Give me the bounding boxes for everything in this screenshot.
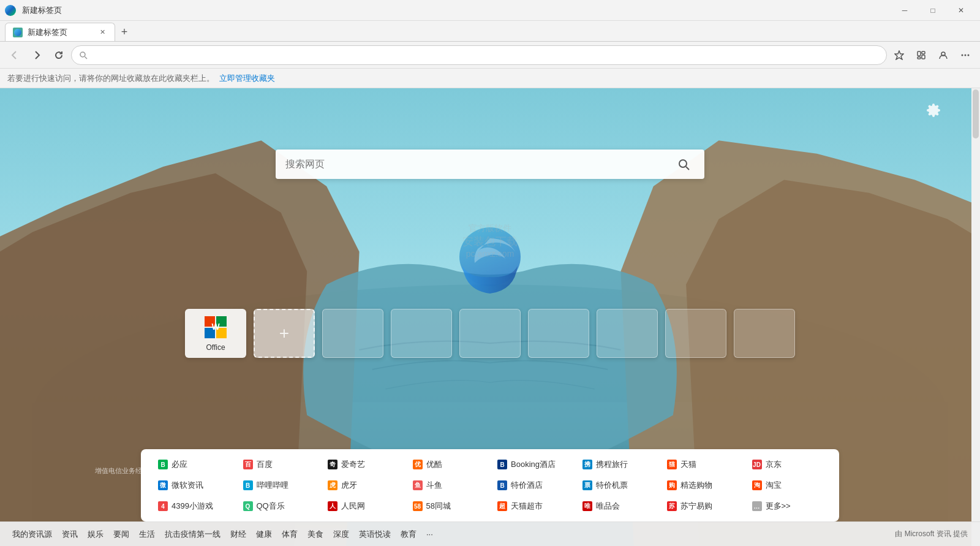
news-item[interactable]: 健康 (256, 529, 272, 540)
quick-tile-empty-5[interactable] (597, 309, 658, 358)
quick-tile-empty-3[interactable] (459, 309, 521, 358)
svg-point-19 (679, 160, 687, 167)
tab-close-button[interactable]: ✕ (97, 28, 107, 37)
svg-marker-3 (895, 51, 903, 59)
link-label: 淘宝 (766, 480, 782, 491)
maximize-button[interactable]: □ (919, 0, 947, 21)
news-item[interactable]: 深度 (333, 529, 349, 540)
address-search-icon (79, 51, 88, 59)
link-label: 唯品会 (596, 501, 620, 512)
profile-button[interactable] (933, 45, 953, 65)
minimize-button[interactable]: ─ (891, 0, 919, 21)
link-label: 斗鱼 (426, 480, 442, 491)
news-item[interactable]: 英语悦读 (359, 529, 391, 540)
link-favicon: B (243, 480, 253, 490)
news-item[interactable]: 体育 (282, 529, 298, 540)
link-item[interactable]: 人人民网 (323, 498, 403, 514)
link-favicon: Q (243, 501, 253, 511)
quick-tile-empty-7[interactable] (734, 309, 795, 358)
link-item[interactable]: QQQ音乐 (238, 498, 318, 514)
link-item[interactable]: 淘淘宝 (747, 477, 827, 493)
news-item[interactable]: 我的资讯源 (12, 529, 52, 540)
svg-point-10 (965, 54, 967, 56)
news-item[interactable]: 美食 (307, 529, 323, 540)
scrollbar-thumb[interactable] (973, 89, 979, 138)
link-item[interactable]: 猫天猫 (662, 457, 742, 472)
quick-tile-add[interactable]: + (254, 309, 315, 358)
link-favicon: 淘 (752, 480, 762, 490)
link-item[interactable]: 鱼斗鱼 (408, 477, 488, 493)
toolbar (0, 42, 980, 69)
link-item[interactable]: 44399小游戏 (153, 498, 233, 514)
quick-tile-empty-4[interactable] (528, 309, 589, 358)
search-container (276, 150, 704, 179)
link-favicon: 微 (158, 480, 168, 490)
settings-gear-button[interactable] (924, 100, 943, 120)
refresh-button[interactable] (49, 45, 69, 65)
links-grid: B必应百百度奇爱奇艺优优酷BBooking酒店携携程旅行猫天猫JD京东微微软资讯… (153, 457, 827, 514)
link-favicon: 虎 (328, 480, 337, 490)
collection-button[interactable] (911, 45, 931, 65)
forward-button[interactable] (27, 45, 47, 65)
scrollbar-track (971, 88, 980, 546)
link-item[interactable]: 唯唯品会 (578, 498, 658, 514)
news-bar: 我的资讯源资讯娱乐要闻生活抗击疫情第一线财经健康体育美食深度英语悦读教育··· … (0, 521, 980, 546)
link-item[interactable]: 超天猫超市 (492, 498, 573, 514)
favorite-button[interactable] (889, 45, 909, 65)
quick-access-section: W Office + (185, 309, 795, 358)
quick-tile-office[interactable]: W Office (185, 309, 246, 358)
news-item[interactable]: ··· (426, 529, 433, 539)
news-item[interactable]: 生活 (139, 529, 155, 540)
link-item[interactable]: 携携程旅行 (578, 457, 658, 472)
back-button[interactable] (5, 45, 24, 65)
link-item[interactable]: 5858同城 (408, 498, 488, 514)
svg-text:W: W (211, 322, 220, 332)
quick-tile-empty-2[interactable] (391, 309, 452, 358)
news-item[interactable]: 教育 (401, 529, 417, 540)
link-favicon: 58 (413, 501, 423, 511)
link-item[interactable]: 微微软资讯 (153, 477, 233, 493)
link-item[interactable]: 奇爱奇艺 (323, 457, 403, 472)
links-bar: B必应百百度奇爱奇艺优优酷BBooking酒店携携程旅行猫天猫JD京东微微软资讯… (141, 449, 839, 521)
news-item[interactable]: 要闻 (113, 529, 129, 540)
link-item[interactable]: JD京东 (747, 457, 827, 472)
title-text: 新建标签页 (22, 5, 62, 16)
close-button[interactable]: ✕ (947, 0, 975, 21)
link-label: 58同城 (426, 501, 451, 512)
link-item[interactable]: 百百度 (238, 457, 318, 472)
news-item[interactable]: 娱乐 (88, 529, 104, 540)
news-item[interactable]: 资讯 (62, 529, 78, 540)
svg-rect-4 (918, 51, 921, 56)
search-input[interactable] (285, 159, 665, 170)
link-item[interactable]: B特价酒店 (492, 477, 573, 493)
news-item[interactable]: 财经 (230, 529, 246, 540)
quick-tile-empty-6[interactable] (665, 309, 726, 358)
link-item[interactable]: 虎虎牙 (323, 477, 403, 493)
link-item[interactable]: 优优酷 (408, 457, 488, 472)
link-item[interactable]: 购精选购物 (662, 477, 742, 493)
quick-tile-empty-1[interactable] (322, 309, 383, 358)
manage-favorites-link[interactable]: 立即管理收藏夹 (219, 73, 275, 84)
link-item[interactable]: 苏苏宁易购 (662, 498, 742, 514)
link-item[interactable]: BBooking酒店 (492, 457, 573, 472)
new-tab-button[interactable]: + (115, 23, 134, 41)
link-item[interactable]: 票特价机票 (578, 477, 658, 493)
link-label: 4399小游戏 (172, 501, 213, 512)
window-controls: ─ □ ✕ (891, 0, 975, 21)
title-bar-left: 新建标签页 (5, 5, 891, 16)
address-input[interactable] (92, 50, 879, 60)
link-label: 苏宁易购 (680, 501, 712, 512)
more-button[interactable] (956, 45, 975, 65)
news-provider: 由 Microsoft 资讯 提供 (895, 529, 968, 539)
link-label: 爱奇艺 (341, 459, 365, 470)
link-item[interactable]: …更多>> (747, 498, 827, 514)
link-item[interactable]: B必应 (153, 457, 233, 472)
link-label: 优酷 (426, 459, 442, 470)
browser-icon (5, 5, 16, 16)
address-bar[interactable] (71, 45, 887, 65)
active-tab[interactable]: 新建标签页 ✕ (5, 23, 115, 41)
search-submit-button[interactable] (673, 153, 695, 175)
news-item[interactable]: 抗击疫情第一线 (165, 529, 221, 540)
search-box[interactable] (276, 150, 704, 179)
link-item[interactable]: B哔哩哔哩 (238, 477, 318, 493)
